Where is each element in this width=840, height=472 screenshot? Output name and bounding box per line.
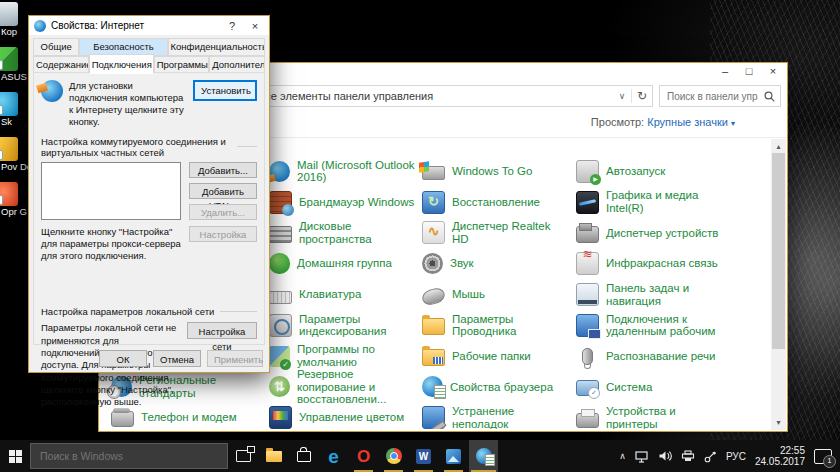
dialog-close-button[interactable]: × <box>246 20 264 32</box>
view-mode-dropdown[interactable]: Крупные значки <box>647 116 728 128</box>
hidden-icons-chevron[interactable]: ∧ <box>619 451 626 461</box>
cp-item-system[interactable]: Система <box>576 372 771 403</box>
photos-button[interactable] <box>439 440 468 472</box>
task-view-button[interactable] <box>229 440 258 472</box>
install-button[interactable]: Установить <box>193 80 257 101</box>
vertical-scrollbar[interactable]: ▴ ▾ <box>771 139 786 430</box>
cp-item-internet-options[interactable]: Свойства браузера <box>422 372 576 403</box>
cp-item-devices-printers[interactable]: Устройства и принтеры <box>576 402 771 429</box>
internet-properties-taskbar-button[interactable] <box>469 440 498 472</box>
add-vpn-button[interactable]: Добавить VPN... <box>189 183 257 199</box>
address-dropdown-icon[interactable]: ∨ <box>613 91 631 101</box>
settings-button[interactable]: Настройка <box>189 226 257 242</box>
printer-icon[interactable] <box>681 450 695 462</box>
cp-item-homegroup[interactable]: Домашняя группа <box>269 248 422 279</box>
device-manager-icon <box>576 226 599 243</box>
clock-date: 24.05.2017 <box>755 456 805 468</box>
add-button[interactable]: Добавить... <box>189 162 257 178</box>
scroll-down-icon[interactable]: ▾ <box>771 415 786 430</box>
usb-device-icon[interactable] <box>704 450 717 463</box>
opera-button[interactable]: O <box>349 440 378 472</box>
cp-item-recovery[interactable]: Восстановление <box>422 187 576 218</box>
backup-restore-icon <box>269 376 290 397</box>
scroll-up-icon[interactable]: ▴ <box>771 139 786 154</box>
cp-item-backup[interactable]: Резервное копирование и восстановлени... <box>269 372 422 403</box>
internet-properties-icon <box>34 20 46 32</box>
dialog-action-buttons: ОК Отмена Применить <box>99 350 263 367</box>
word-icon: W <box>416 449 431 464</box>
cp-item-sound[interactable]: Звук <box>422 248 576 279</box>
cp-item-indexing[interactable]: Параметры индексирования <box>269 310 422 341</box>
tab-general[interactable]: Общие <box>33 38 79 56</box>
scrollbar-thumb[interactable] <box>772 153 785 349</box>
vpn-connections-listbox[interactable] <box>41 162 181 220</box>
refresh-icon[interactable]: ↻ <box>631 89 652 103</box>
help-button[interactable]: ? <box>223 20 241 32</box>
action-center-icon[interactable]: 1 <box>814 449 832 464</box>
tab-connections[interactable]: Подключения <box>89 54 154 74</box>
cp-item-remote-desktop[interactable]: Подключения к удаленным рабочим <box>576 310 771 341</box>
cp-item-keyboard[interactable]: Клавиатура <box>269 279 422 310</box>
recycle-bin-icon <box>0 2 18 26</box>
volume-icon[interactable] <box>658 450 672 462</box>
dialog-titlebar[interactable]: Свойства: Интернет ? × <box>29 16 269 35</box>
minimize-button[interactable]: – <box>713 63 737 81</box>
cp-item-troubleshooting[interactable]: Устранение неполадок <box>422 402 576 429</box>
asus-shortcut-icon <box>0 47 18 71</box>
store-button[interactable] <box>289 440 318 472</box>
language-indicator[interactable]: РУС <box>726 451 746 462</box>
windows-logo-icon <box>9 450 22 463</box>
default-programs-icon <box>269 346 290 367</box>
tab-privacy[interactable]: Конфиденциальность <box>168 38 265 56</box>
cp-item-work-folders[interactable]: Рабочие папки <box>422 341 576 372</box>
clock-time: 22:55 <box>755 445 805 457</box>
apply-button[interactable]: Применить <box>207 350 263 367</box>
cancel-button[interactable]: Отмена <box>153 350 201 367</box>
lan-settings-button[interactable]: Настройка сети <box>187 322 257 339</box>
dialup-group-label: Настройка коммутируемого соединения и ви… <box>41 136 231 159</box>
explorer-options-icon <box>422 318 445 335</box>
cp-item-color-management[interactable]: Управление цветом <box>269 402 422 429</box>
cp-item-intel-graphics[interactable]: Графика и медиа Intel(R) <box>576 187 771 218</box>
file-explorer-button[interactable] <box>259 440 288 472</box>
color-management-icon <box>269 406 292 429</box>
control-panel-search[interactable] <box>659 85 781 107</box>
opera-icon: O <box>357 448 370 465</box>
cp-item-autoplay[interactable]: Автозапуск <box>576 156 771 187</box>
edge-button[interactable]: e <box>319 440 348 472</box>
internet-properties-icon <box>476 448 492 464</box>
cp-item-speech[interactable]: Распознавание речи <box>576 341 771 372</box>
ok-button[interactable]: ОК <box>99 350 147 367</box>
cp-item-realtek[interactable]: Диспетчер Realtek HD <box>422 218 576 249</box>
network-icon[interactable] <box>635 450 649 463</box>
cp-item-taskbar-navigation[interactable]: Панель задач и навигация <box>576 279 771 310</box>
word-button[interactable]: W <box>409 440 438 472</box>
search-input[interactable] <box>665 90 760 103</box>
cp-item-explorer-options[interactable]: Параметры Проводника <box>422 310 576 341</box>
cp-item-storage-spaces[interactable]: Дисковые пространства <box>269 218 422 249</box>
remote-desktop-icon <box>576 314 599 337</box>
taskbar-clock[interactable]: 22:55 24.05.2017 <box>755 445 805 468</box>
lan-group-label: Настройка параметров локальной сети <box>41 306 214 317</box>
taskbar-search-input[interactable] <box>38 449 220 463</box>
close-button[interactable]: × <box>761 63 785 81</box>
infrared-icon <box>576 252 599 275</box>
cp-item-device-manager[interactable]: Диспетчер устройств <box>576 218 771 249</box>
powerdvd-icon <box>0 137 18 161</box>
start-button[interactable] <box>0 440 30 472</box>
mouse-icon <box>420 286 447 307</box>
cp-item-infrared[interactable]: Инфракрасная связь <box>576 248 771 279</box>
recovery-icon <box>422 191 445 214</box>
cp-item-mouse[interactable]: Мышь <box>422 279 576 310</box>
cp-item-windows-to-go[interactable]: Windows To Go <box>422 156 576 187</box>
cp-item-mail[interactable]: Mail (Microsoft Outlook 2016) <box>269 156 422 187</box>
keyboard-icon <box>269 291 292 304</box>
mail-icon <box>269 161 290 182</box>
remove-button[interactable]: Удалить... <box>189 204 257 220</box>
chrome-button[interactable] <box>379 440 408 472</box>
view-dropdown-arrow-icon[interactable]: ▾ <box>731 119 735 128</box>
maximize-button[interactable]: □ <box>737 63 761 81</box>
photos-icon <box>446 449 461 464</box>
cp-item-firewall[interactable]: Брандмауэр Windows <box>269 187 422 218</box>
taskbar-search[interactable] <box>30 443 228 469</box>
